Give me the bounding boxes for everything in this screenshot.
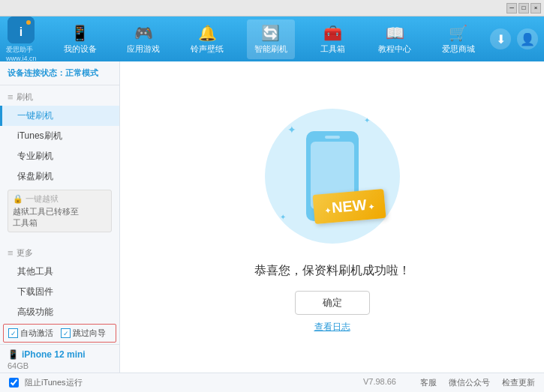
skip-wizard-box: ✓ — [61, 328, 71, 338]
close-btn[interactable]: × — [530, 3, 541, 13]
more-section: ≡ 更多 其他工具 下载固件 高级功能 — [0, 244, 119, 322]
nav-bar: i 爱思助手 www.i4.cn 📱 我的设备 🎮 应用游戏 🔔 铃声壁纸 🔄 … — [0, 16, 544, 61]
svg-point-2 — [26, 20, 31, 25]
logo-text: 爱思助手 www.i4.cn — [6, 45, 37, 62]
sidebar-save-flash[interactable]: 保盘刷机 — [0, 166, 119, 187]
stop-itunes-checkbox[interactable] — [9, 378, 19, 388]
sidebar-itunes-flash[interactable]: iTunes刷机 — [0, 126, 119, 146]
minimize-btn[interactable]: ─ — [506, 3, 517, 13]
phone-speaker — [325, 136, 340, 139]
nav-purchase[interactable]: 🛒 爱思商城 — [434, 19, 482, 59]
my-device-label: 我的设备 — [64, 43, 97, 55]
sidebar-advanced[interactable]: 高级功能 — [0, 302, 119, 322]
flash-icon: ≡ — [8, 91, 14, 103]
sparkle-2: ✦ — [364, 116, 370, 124]
auto-detect-label: 自动激活 — [20, 328, 53, 339]
nav-smart-flash[interactable]: 🔄 智能刷机 — [247, 19, 295, 59]
toolbox-icon: 🧰 — [323, 24, 342, 42]
toolbox-label: 工具箱 — [320, 43, 345, 55]
svg-text:i: i — [20, 25, 23, 38]
main-area: 设备连接状态：正常模式 ≡ 刷机 一键刷机 iTunes刷机 专业刷机 保盘刷机… — [0, 61, 544, 373]
sidebar-other-tools[interactable]: 其他工具 — [0, 262, 119, 282]
nav-tutorial[interactable]: 📖 教程中心 — [371, 19, 419, 59]
device-storage: 64GB — [8, 361, 112, 370]
version-label: V7.98.66 — [363, 377, 396, 388]
nav-items: 📱 我的设备 🎮 应用游戏 🔔 铃声壁纸 🔄 智能刷机 🧰 工具箱 📖 教程中心… — [49, 19, 490, 59]
checkboxes-row: ✓ 自动激活 ✓ 跳过向导 — [3, 324, 116, 343]
skip-wizard-label: 跳过向导 — [73, 328, 106, 339]
sidebar: 设备连接状态：正常模式 ≡ 刷机 一键刷机 iTunes刷机 专业刷机 保盘刷机… — [0, 61, 120, 373]
device-name: 📱 iPhone 12 mini — [8, 349, 112, 360]
device-info: 📱 iPhone 12 mini 64GB Down-12mini-13,1 — [0, 344, 119, 373]
wechat-link[interactable]: 微信公众号 — [449, 377, 490, 388]
app-logo: i 爱思助手 www.i4.cn — [6, 16, 37, 62]
download-btn[interactable]: ⬇ — [490, 28, 511, 49]
footer-left: 阻止iTunes运行 — [9, 377, 363, 388]
support-link[interactable]: 客服 — [420, 377, 437, 388]
phone-circle-bg: ✦ ✦ ✦ NEW — [265, 109, 400, 244]
title-bar: ─ □ × — [0, 0, 544, 16]
jailbreak-notice: 🔒 一键越狱 越狱工具已转移至 工具箱 — [8, 190, 112, 232]
success-text: 恭喜您，保资料刷机成功啦！ — [254, 263, 410, 279]
auto-detect-checkbox[interactable]: ✓ 自动激活 — [8, 328, 53, 339]
footer: 阻止iTunes运行 V7.98.66 客服 微信公众号 检查更新 — [0, 373, 544, 392]
phone-illustration: ✦ ✦ ✦ NEW — [257, 101, 407, 251]
my-device-icon: 📱 — [71, 24, 89, 42]
sparkle-3: ✦ — [280, 213, 286, 221]
skip-wizard-checkbox[interactable]: ✓ 跳过向导 — [61, 328, 106, 339]
sidebar-one-click-flash[interactable]: 一键刷机 — [0, 106, 119, 126]
purchase-icon: 🛒 — [449, 24, 467, 42]
device-system: Down-12mini-13,1 — [8, 372, 112, 373]
auto-detect-box: ✓ — [8, 328, 18, 338]
smart-flash-label: 智能刷机 — [254, 43, 287, 55]
tutorial-label: 教程中心 — [378, 43, 411, 55]
ringtone-label: 铃声壁纸 — [191, 43, 224, 55]
confirm-button[interactable]: 确定 — [295, 291, 370, 315]
flash-section-header: ≡ 刷机 — [0, 88, 119, 106]
smart-flash-icon: 🔄 — [261, 24, 280, 42]
ringtone-icon: 🔔 — [198, 24, 217, 42]
content-area: ✦ ✦ ✦ NEW 恭喜您，保资料刷机成功啦！ 确定 查看日志 — [120, 61, 544, 373]
nav-ringtone[interactable]: 🔔 铃声壁纸 — [183, 19, 231, 59]
nav-my-device[interactable]: 📱 我的设备 — [56, 19, 104, 59]
nav-app-game[interactable]: 🎮 应用游戏 — [119, 19, 167, 59]
more-icon: ≡ — [8, 247, 14, 259]
user-btn[interactable]: 👤 — [517, 28, 538, 49]
purchase-label: 爱思商城 — [442, 43, 475, 55]
footer-right: V7.98.66 客服 微信公众号 检查更新 — [363, 377, 535, 388]
more-section-header: ≡ 更多 — [0, 244, 119, 262]
learn-more-link[interactable]: 查看日志 — [314, 321, 350, 334]
sparkle-1: ✦ — [287, 124, 296, 136]
app-game-icon: 🎮 — [134, 24, 153, 42]
flash-section: ≡ 刷机 一键刷机 iTunes刷机 专业刷机 保盘刷机 — [0, 88, 119, 187]
sidebar-download-firmware[interactable]: 下载固件 — [0, 282, 119, 302]
new-badge: NEW — [312, 188, 386, 223]
sidebar-pro-flash[interactable]: 专业刷机 — [0, 146, 119, 166]
stop-itunes-label: 阻止iTunes运行 — [25, 377, 83, 388]
logo-icon: i — [8, 16, 35, 43]
nav-toolbox[interactable]: 🧰 工具箱 — [310, 19, 355, 59]
connection-status: 设备连接状态：正常模式 — [0, 61, 119, 85]
check-update-link[interactable]: 检查更新 — [502, 377, 535, 388]
app-game-label: 应用游戏 — [127, 43, 160, 55]
maximize-btn[interactable]: □ — [518, 3, 529, 13]
tutorial-icon: 📖 — [386, 24, 404, 42]
window-controls: ─ □ × — [506, 3, 541, 13]
phone-icon: 📱 — [8, 349, 19, 360]
lock-icon: 🔒 — [13, 194, 23, 204]
nav-right-buttons: ⬇ 👤 — [490, 28, 538, 49]
